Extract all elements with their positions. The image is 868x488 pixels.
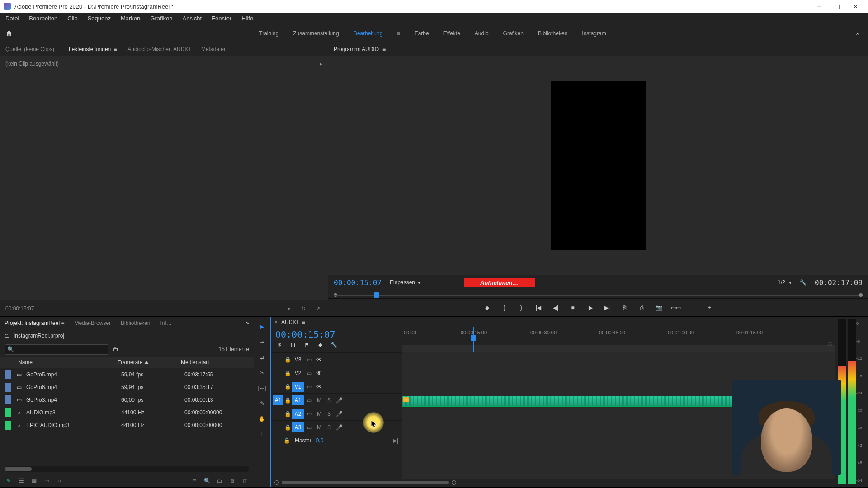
timeline-tab-menu-icon[interactable]: ≡ bbox=[302, 319, 305, 325]
track-v2[interactable]: 🔒 V2 ▭ 👁 bbox=[271, 366, 402, 380]
slip-tool[interactable]: |↔| bbox=[257, 383, 268, 394]
ripple-edit-tool[interactable]: ⇄ bbox=[257, 352, 268, 363]
zoom-out-handle[interactable] bbox=[274, 480, 279, 485]
workspace-bibliotheken[interactable]: Bibliotheken bbox=[538, 30, 567, 37]
workspace-grafiken[interactable]: Grafiken bbox=[503, 30, 524, 37]
project-tabs-overflow[interactable]: » bbox=[246, 320, 249, 326]
menu-marken[interactable]: Marken bbox=[119, 14, 142, 23]
program-timecode-left[interactable]: 00:00:15:07 bbox=[334, 278, 382, 287]
automate-icon[interactable]: ≡ bbox=[190, 478, 198, 484]
close-button[interactable]: ✕ bbox=[846, 0, 864, 13]
track-v1[interactable]: 🔒 V1 ▭ 👁 bbox=[271, 380, 402, 393]
linked-selection-icon[interactable]: ⋂ bbox=[289, 342, 297, 348]
col-name[interactable]: Name bbox=[5, 359, 118, 366]
freeform-view-icon[interactable]: ▭ bbox=[42, 478, 51, 484]
home-icon[interactable] bbox=[4, 28, 14, 39]
workspace-audio[interactable]: Audio bbox=[475, 30, 489, 37]
playhead-handle[interactable] bbox=[374, 292, 379, 298]
workspace-farbe[interactable]: Farbe bbox=[415, 30, 429, 37]
tab-quelle[interactable]: Quelle: (keine Clips) bbox=[5, 46, 54, 52]
project-row[interactable]: ♪ AUDIO.mp3 44100 Hz 00:00:00:00000 bbox=[0, 406, 254, 419]
tab-bibliotheken[interactable]: Bibliotheken bbox=[121, 320, 150, 326]
workspace-menu-icon[interactable]: ≡ bbox=[397, 30, 400, 37]
mark-in-button[interactable]: { bbox=[499, 303, 509, 313]
sync-lock-icon[interactable]: ▭ bbox=[304, 357, 314, 363]
goto-out-button[interactable]: ▶| bbox=[602, 303, 612, 313]
timeline-zoom-bar[interactable] bbox=[271, 479, 835, 487]
razor-tool[interactable]: ✂ bbox=[257, 367, 268, 378]
compare-button[interactable]: ▭▭ bbox=[671, 303, 681, 313]
stop-button[interactable]: ■ bbox=[568, 303, 578, 313]
fit-dropdown[interactable]: Einpassen▾ bbox=[390, 279, 420, 286]
zoom-slider-icon[interactable]: ○ bbox=[55, 478, 63, 484]
snap-icon[interactable]: ❄ bbox=[275, 342, 283, 348]
master-output-icon[interactable]: ▶| bbox=[393, 437, 402, 444]
workspace-effekte[interactable]: Effekte bbox=[443, 30, 460, 37]
col-medienstart[interactable]: Medienstart bbox=[181, 359, 249, 366]
list-view-icon[interactable]: ☰ bbox=[17, 478, 25, 484]
menu-hilfe[interactable]: Hilfe bbox=[240, 14, 255, 23]
solo-button[interactable]: S bbox=[324, 397, 334, 404]
filter-icon[interactable]: ▾ bbox=[284, 305, 293, 312]
menu-sequenz[interactable]: Sequenz bbox=[86, 14, 113, 23]
timeline-timecode[interactable]: 00:00:15:07 bbox=[275, 329, 397, 340]
panel-expand-icon[interactable]: ▸ bbox=[320, 61, 322, 67]
track-a3[interactable]: 🔒 A3 ▭ M S 🎤 bbox=[271, 420, 402, 434]
timeline-end-marker[interactable] bbox=[828, 342, 832, 346]
workspace-zusammenstellung[interactable]: Zusammenstellung bbox=[293, 30, 339, 37]
visibility-icon[interactable]: 👁 bbox=[314, 357, 324, 363]
step-back-button[interactable]: ◀| bbox=[551, 303, 561, 313]
export-icon[interactable]: ↗ bbox=[313, 305, 322, 312]
icon-view-icon[interactable]: ▦ bbox=[30, 478, 38, 484]
track-select-tool[interactable]: ⇥ bbox=[257, 337, 268, 347]
mute-button[interactable]: M bbox=[314, 397, 324, 404]
voiceover-record-icon[interactable]: 🎤 bbox=[334, 397, 344, 404]
add-marker-button[interactable]: ◆ bbox=[482, 303, 492, 313]
find-icon[interactable]: 🔍 bbox=[203, 478, 211, 484]
export-frame-button[interactable]: 📷 bbox=[654, 303, 664, 313]
project-row[interactable]: ▭ GoPro5.mp4 59,94 fps 00:03:17:55 bbox=[0, 368, 254, 381]
project-row[interactable]: ▭ GoPro6.mp4 59,94 fps 00:03:35:17 bbox=[0, 381, 254, 394]
tab-inf[interactable]: Inf… bbox=[160, 320, 172, 326]
project-list[interactable]: ▭ GoPro5.mp4 59,94 fps 00:03:17:55 ▭ GoP… bbox=[0, 368, 254, 466]
menu-fenster[interactable]: Fenster bbox=[210, 14, 233, 23]
menu-datei[interactable]: Datei bbox=[4, 14, 21, 23]
type-tool[interactable]: T bbox=[257, 429, 268, 440]
menu-grafiken[interactable]: Grafiken bbox=[148, 14, 174, 23]
pen-icon[interactable]: ✎ bbox=[5, 478, 13, 484]
workspace-bearbeitung[interactable]: Bearbeitung bbox=[354, 30, 383, 37]
extract-button[interactable]: ⎙ bbox=[637, 303, 646, 313]
goto-in-button[interactable]: |◀ bbox=[533, 303, 543, 313]
tab-media-browser[interactable]: Media-Browser bbox=[74, 320, 111, 326]
trash-button[interactable]: 🗑 bbox=[241, 478, 249, 484]
menu-bearbeiten[interactable]: Bearbeiten bbox=[27, 14, 59, 23]
hand-tool[interactable]: ✋ bbox=[257, 413, 268, 424]
track-a1[interactable]: A1 🔒 A1 ▭ M S 🎤 bbox=[271, 393, 402, 407]
timeline-tab-close[interactable]: × bbox=[274, 319, 278, 325]
track-v3[interactable]: 🔒 V3 ▭ 👁 bbox=[271, 352, 402, 366]
workspace-overflow-icon[interactable]: » bbox=[851, 30, 864, 37]
marker-icon[interactable]: ◆ bbox=[316, 342, 324, 348]
tab-audioclip-mischer[interactable]: Audioclip-Mischer: AUDIO bbox=[127, 46, 190, 52]
settings-icon[interactable]: 🔧 bbox=[330, 342, 338, 348]
mark-out-button[interactable]: } bbox=[516, 303, 526, 313]
timeline-playhead-cap[interactable] bbox=[471, 335, 476, 341]
source-patch-a1[interactable]: A1 bbox=[273, 395, 283, 405]
project-row[interactable]: ♪ EPIC AUDIO.mp3 44100 Hz 00:00:00:00000 bbox=[0, 419, 254, 432]
new-item-button[interactable]: 🗎 bbox=[228, 478, 236, 484]
new-bin-button[interactable]: 🗀 bbox=[216, 478, 224, 484]
menu-ansicht[interactable]: Ansicht bbox=[180, 14, 203, 23]
program-ruler[interactable] bbox=[328, 290, 868, 298]
voiceover-record-icon[interactable]: 🎤 bbox=[334, 411, 344, 417]
project-row[interactable]: ▭ GoPro3.mp4 60,00 fps 00:00:00:13 bbox=[0, 394, 254, 406]
master-track[interactable]: 🔒 Master 0,0 ▶| bbox=[271, 434, 402, 446]
track-a2[interactable]: 🔒 A2 ▭ M S 🎤 bbox=[271, 407, 402, 420]
timeline-tab[interactable]: AUDIO bbox=[281, 319, 298, 325]
maximize-button[interactable]: ▢ bbox=[828, 0, 846, 13]
step-forward-button[interactable]: |▶ bbox=[585, 303, 595, 313]
scale-dropdown[interactable]: 1/2▾ bbox=[778, 279, 792, 286]
wrench-icon[interactable]: 🔧 bbox=[800, 279, 807, 286]
lock-icon[interactable]: 🔒 bbox=[283, 357, 292, 363]
add-marker-icon[interactable]: ⚑ bbox=[302, 342, 311, 348]
zoom-handle-right[interactable] bbox=[859, 293, 863, 297]
